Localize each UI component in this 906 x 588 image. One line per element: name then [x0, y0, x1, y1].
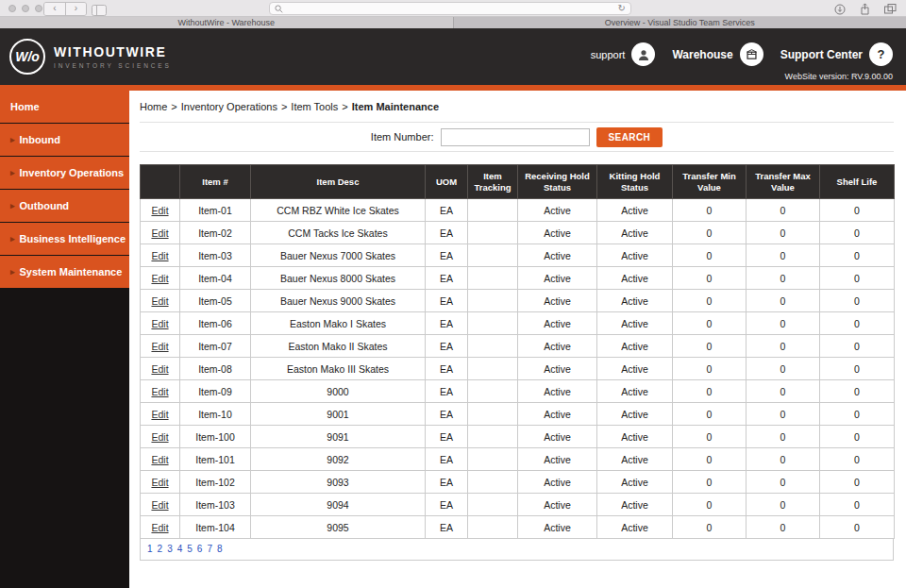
user-avatar[interactable]: [631, 42, 655, 66]
edit-link[interactable]: Edit: [151, 409, 168, 420]
chevron-right-icon: ▸: [10, 202, 15, 210]
cell-transfer-min-value: 0: [673, 244, 747, 267]
breadcrumb-separator: >: [281, 101, 287, 112]
cell-item-desc: CCM Tacks Ice Skates: [251, 222, 426, 244]
window-minimize-button[interactable]: [22, 5, 29, 12]
cell-kitting-hold-status: Active: [597, 244, 673, 267]
sidebar-toggle-icon[interactable]: [92, 3, 107, 20]
cell-receiving-hold-status: Active: [518, 199, 597, 222]
cell-kitting-hold-status: Active: [597, 222, 673, 244]
cell-shelf-life: 0: [820, 426, 895, 448]
sidebar-item-inventory-operations[interactable]: ▸ Inventory Operations: [0, 157, 129, 189]
window-controls: [8, 5, 42, 12]
edit-link[interactable]: Edit: [151, 386, 168, 397]
app-header: W/o WITHOUTWIRE INVENTORY SCIENCES suppo…: [0, 28, 906, 85]
cell-item-tracking: [468, 380, 518, 403]
header-item-tracking: Item Tracking: [468, 165, 518, 199]
browser-tab-vsts[interactable]: Overview - Visual Studio Team Services: [453, 17, 906, 28]
window-zoom-button[interactable]: [35, 5, 42, 12]
edit-link[interactable]: Edit: [151, 341, 168, 352]
breadcrumb-item-tools[interactable]: Item Tools: [291, 101, 338, 112]
table-row: Edit Item-104 9095 EA Active Active 0 0 …: [141, 516, 895, 539]
cell-shelf-life: 0: [820, 290, 895, 312]
table-header-row: Item # Item Desc UOM Item Tracking Recei…: [141, 165, 895, 199]
browser-tab-warehouse[interactable]: WithoutWire - Warehouse: [0, 17, 453, 28]
chevron-right-icon: ▸: [10, 169, 15, 177]
window-close-button[interactable]: [8, 5, 16, 12]
page-link-6[interactable]: 6: [197, 544, 203, 554]
forward-button[interactable]: ›: [65, 3, 86, 15]
warehouse-label[interactable]: Warehouse: [672, 48, 732, 61]
breadcrumb-home[interactable]: Home: [140, 101, 167, 112]
page-link-3[interactable]: 3: [167, 544, 173, 554]
sidebar-item-label: Inbound: [20, 134, 60, 145]
search-icon: [275, 0, 283, 17]
edit-link[interactable]: Edit: [151, 477, 168, 488]
edit-link[interactable]: Edit: [151, 227, 168, 239]
breadcrumb-inventory-operations[interactable]: Inventory Operations: [181, 101, 277, 112]
cell-receiving-hold-status: Active: [518, 380, 597, 403]
downloads-icon[interactable]: [834, 4, 846, 15]
browser-tab-bar: WithoutWire - Warehouse Overview - Visua…: [0, 17, 906, 28]
table-row: Edit Item-02 CCM Tacks Ice Skates EA Act…: [141, 222, 895, 244]
page-link-1[interactable]: 1: [147, 544, 153, 554]
sidebar-item-business-intelligence[interactable]: ▸ Business Intelligence: [0, 223, 129, 255]
edit-link[interactable]: Edit: [151, 318, 168, 329]
edit-link[interactable]: Edit: [151, 295, 168, 307]
cell-item-number: Item-102: [180, 471, 251, 494]
address-bar[interactable]: ↻: [269, 2, 631, 15]
edit-link[interactable]: Edit: [151, 205, 168, 216]
edit-link[interactable]: Edit: [151, 454, 168, 465]
cell-transfer-max-value: 0: [747, 335, 820, 358]
brand-logo[interactable]: W/o WITHOUTWIRE INVENTORY SCIENCES: [9, 39, 172, 75]
cell-item-desc: Easton Mako III Skates: [251, 358, 426, 380]
sidebar-item-system-maintenance[interactable]: ▸ System Maintenance: [0, 256, 129, 288]
reload-icon[interactable]: ↻: [618, 3, 626, 14]
edit-link[interactable]: Edit: [151, 250, 168, 261]
sidebar-item-home[interactable]: Home: [0, 91, 129, 123]
page-link-4[interactable]: 4: [177, 544, 183, 554]
cell-transfer-min-value: 0: [673, 199, 747, 222]
share-icon[interactable]: [860, 3, 870, 15]
tab-overview-icon[interactable]: [884, 4, 897, 14]
search-button[interactable]: SEARCH: [596, 127, 663, 147]
sidebar-item-outbound[interactable]: ▸ Outbound: [0, 190, 129, 222]
support-user-label[interactable]: support: [591, 49, 626, 60]
cell-transfer-max-value: 0: [747, 380, 820, 403]
cell-shelf-life: 0: [820, 494, 895, 516]
edit-link[interactable]: Edit: [151, 273, 168, 284]
edit-link[interactable]: Edit: [151, 363, 168, 375]
help-icon[interactable]: ?: [869, 42, 893, 66]
cell-item-number: Item-05: [180, 290, 251, 312]
sidebar: Home ▸ Inbound ▸ Inventory Operations ▸ …: [0, 91, 129, 588]
edit-link[interactable]: Edit: [151, 499, 168, 511]
cell-receiving-hold-status: Active: [518, 267, 597, 290]
header-item-desc: Item Desc: [251, 165, 426, 199]
cell-item-number: Item-02: [180, 222, 251, 244]
edit-cell: Edit: [141, 426, 180, 448]
warehouse-icon[interactable]: [740, 42, 763, 66]
item-number-input[interactable]: [441, 128, 590, 146]
page-link-2[interactable]: 2: [158, 544, 163, 554]
website-version: WebSite version: RV.9.00.00: [785, 72, 893, 81]
cell-kitting-hold-status: Active: [597, 335, 673, 358]
cell-item-number: Item-104: [180, 516, 251, 539]
edit-link[interactable]: Edit: [151, 431, 168, 443]
edit-cell: Edit: [141, 267, 180, 290]
edit-cell: Edit: [141, 358, 180, 380]
cell-item-desc: 9000: [251, 380, 426, 403]
breadcrumb-separator: >: [171, 101, 176, 112]
cell-transfer-min-value: 0: [673, 426, 747, 448]
page-link-5[interactable]: 5: [187, 544, 193, 554]
back-button[interactable]: ‹: [44, 3, 65, 15]
cell-transfer-max-value: 0: [747, 290, 820, 312]
cell-receiving-hold-status: Active: [518, 471, 597, 494]
cell-uom: EA: [426, 290, 468, 312]
cell-uom: EA: [426, 516, 468, 539]
cell-transfer-min-value: 0: [673, 312, 747, 335]
page-link-8[interactable]: 8: [217, 544, 223, 554]
edit-link[interactable]: Edit: [151, 522, 168, 533]
page-link-7[interactable]: 7: [207, 544, 212, 554]
support-center-label[interactable]: Support Center: [780, 48, 863, 61]
sidebar-item-inbound[interactable]: ▸ Inbound: [0, 124, 129, 156]
